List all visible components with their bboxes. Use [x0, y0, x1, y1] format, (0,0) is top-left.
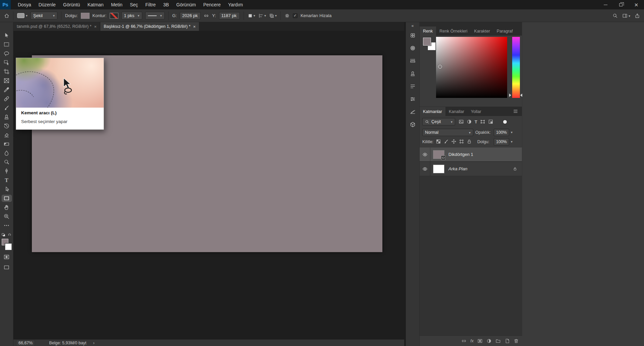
hue-marker-right[interactable]	[520, 94, 522, 97]
panel-icon-navigator[interactable]	[410, 45, 416, 51]
menu-yardim[interactable]: Yardım	[224, 0, 247, 9]
stroke-width-select[interactable]: 1 pks ▾	[121, 12, 142, 19]
tool-object-selection[interactable]	[2, 59, 11, 66]
layer-thumbnail[interactable]	[433, 150, 444, 159]
new-adjustment-layer-icon[interactable]	[486, 338, 492, 344]
fill-color-swatch[interactable]	[81, 13, 90, 19]
tool-gradient[interactable]	[2, 141, 11, 147]
tool-move[interactable]	[2, 32, 11, 39]
tool-rectangular-marquee[interactable]	[2, 41, 11, 48]
new-layer-icon[interactable]	[504, 338, 510, 344]
filter-shape-layers-icon[interactable]	[480, 119, 485, 124]
stroke-style-select[interactable]: ▾	[145, 12, 165, 19]
tool-clone-stamp[interactable]	[2, 114, 11, 120]
link-dimensions-icon[interactable]	[204, 13, 209, 18]
background-color-swatch[interactable]	[5, 243, 12, 250]
panel-icon-properties[interactable]	[410, 96, 416, 102]
path-operations-button[interactable]: ▾	[248, 13, 255, 18]
panel-icon-brush-settings[interactable]	[410, 83, 416, 90]
opacity-input[interactable]: 100%	[494, 129, 509, 136]
share-icon[interactable]	[635, 13, 640, 18]
tool-crop[interactable]	[2, 68, 11, 75]
menu-duzenle[interactable]: Düzenle	[35, 0, 59, 9]
tool-preset-picker[interactable]: ▾	[17, 13, 28, 18]
tab-close-icon[interactable]: ×	[94, 24, 97, 29]
tab-renk[interactable]: Renk	[420, 26, 436, 36]
minimize-button[interactable]	[598, 0, 613, 9]
menu-3b[interactable]: 3B	[159, 0, 172, 9]
layer-row[interactable]: Arka Plan	[420, 162, 522, 176]
lock-artboard-icon[interactable]	[459, 139, 464, 144]
chevron-down-icon[interactable]: ▾	[511, 140, 513, 143]
menu-pencere[interactable]: Pencere	[200, 0, 224, 9]
hue-slider[interactable]	[512, 37, 520, 98]
tool-lasso[interactable]	[2, 50, 11, 57]
tool-brush[interactable]	[2, 105, 11, 111]
menu-katman[interactable]: Katman	[84, 0, 107, 9]
chevron-down-icon[interactable]: ▾	[511, 130, 513, 134]
home-icon[interactable]	[4, 13, 9, 18]
tab-karakter[interactable]: Karakter	[471, 26, 493, 36]
tool-history-brush[interactable]	[2, 123, 11, 129]
layer-name[interactable]: Dikdörtgen 1	[448, 152, 473, 157]
stroke-color-swatch[interactable]	[110, 13, 118, 19]
swap-colors-icon[interactable]	[7, 233, 12, 237]
panel-menu-icon[interactable]	[513, 109, 518, 114]
menu-sec[interactable]: Seç	[126, 0, 142, 9]
tool-mode-select[interactable]: Şekil ▾	[31, 12, 57, 19]
saturation-brightness-field[interactable]	[436, 37, 507, 98]
panel-foreground-swatch[interactable]	[423, 38, 431, 46]
layer-filter-toggle[interactable]	[503, 120, 507, 124]
add-layer-mask-icon[interactable]	[477, 338, 483, 344]
layer-visibility-toggle[interactable]	[420, 162, 430, 176]
layer-row-selected[interactable]: Dikdörtgen 1	[420, 148, 522, 162]
tab-close-icon[interactable]: ×	[193, 24, 196, 29]
menu-goruntu[interactable]: Görüntü	[59, 0, 84, 9]
tab-katmanlar[interactable]: Katmanlar	[420, 107, 445, 116]
link-layers-icon[interactable]	[461, 338, 467, 344]
path-arrangement-button[interactable]: ▾	[269, 13, 277, 18]
tool-path-selection[interactable]	[2, 186, 11, 192]
color-field-cursor[interactable]	[438, 65, 442, 69]
tool-pen[interactable]	[2, 168, 11, 174]
blend-mode-select[interactable]: Normal ▾	[422, 129, 473, 136]
tab-kanallar[interactable]: Kanallar	[445, 107, 468, 116]
tool-eyedropper[interactable]	[2, 86, 11, 93]
panel-icon-measurement[interactable]	[410, 109, 416, 115]
menu-filtre[interactable]: Filtre	[142, 0, 159, 9]
expand-panels-chevron[interactable]: «	[406, 23, 419, 29]
document-tab[interactable]: tanımlı.psd @ 67,8% (65252, RGB/8#) * ×	[13, 22, 100, 31]
tool-eraser[interactable]	[2, 132, 11, 138]
tool-spot-healing[interactable]	[2, 96, 11, 102]
document-tab-active[interactable]: Başlıksız-1 @ 66,7% (Dikdörtgen 1, RGB/8…	[100, 22, 199, 31]
layer-thumbnail[interactable]	[433, 165, 444, 173]
lock-transparency-icon[interactable]	[436, 139, 441, 144]
panel-icon-clone-source[interactable]	[410, 70, 416, 77]
restore-button[interactable]	[613, 0, 629, 9]
tool-edit-toolbar[interactable]	[2, 222, 11, 229]
menu-gorunum[interactable]: Görünüm	[173, 0, 200, 9]
search-icon[interactable]	[612, 13, 618, 18]
panel-icon-brushes[interactable]	[410, 58, 416, 64]
close-button[interactable]: ✕	[629, 0, 644, 9]
layer-visibility-toggle[interactable]	[420, 148, 430, 162]
delete-layer-icon[interactable]	[514, 338, 519, 344]
layer-filter-select[interactable]: Çeşit ▾	[422, 118, 455, 125]
panel-icon-3d[interactable]	[410, 121, 416, 128]
tool-dodge[interactable]	[2, 159, 11, 165]
path-alignment-button[interactable]: ▾	[258, 13, 266, 18]
screen-mode-button[interactable]	[2, 264, 11, 271]
panel-icon-patterns[interactable]	[410, 32, 416, 39]
gear-icon[interactable]	[284, 13, 290, 18]
tool-hand[interactable]	[2, 204, 11, 211]
tool-type[interactable]: T	[2, 177, 11, 183]
hue-marker-left[interactable]	[509, 94, 511, 97]
height-input[interactable]: 1187 pk	[219, 12, 240, 19]
tool-frame[interactable]	[2, 77, 11, 84]
tab-yollar[interactable]: Yollar	[468, 107, 485, 116]
filter-adjustment-layers-icon[interactable]	[467, 119, 472, 124]
tab-paragraf[interactable]: Paragraf	[493, 26, 516, 36]
width-input[interactable]: 2026 pk	[180, 12, 201, 19]
lock-all-icon[interactable]	[467, 139, 472, 144]
layer-name[interactable]: Arka Plan	[448, 166, 467, 171]
